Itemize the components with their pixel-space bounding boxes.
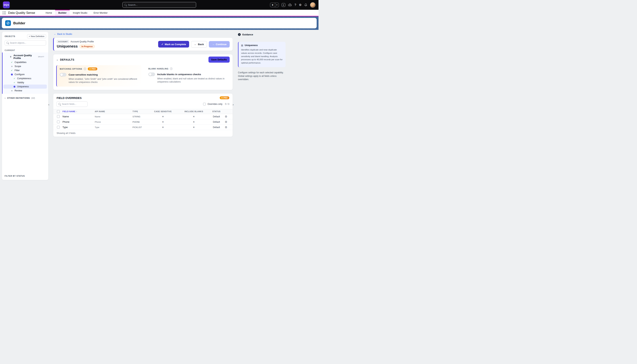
column-status[interactable]: STATUS (210, 110, 223, 112)
global-search-input[interactable] (128, 4, 194, 6)
tab-builder[interactable]: Builder (55, 10, 70, 16)
objects-search[interactable] (5, 40, 46, 46)
continue-button[interactable]: → Continue (209, 41, 230, 48)
arrow-left-icon: ← (194, 43, 197, 46)
dot-icon (11, 66, 13, 67)
column-field-name[interactable]: FIELD NAME ↑ (63, 110, 95, 112)
sidebar-item-configure[interactable]: Configure (3, 72, 48, 76)
app-nav-bar: Data Quality Sense Home Builder Insight … (0, 10, 319, 16)
tab-insight-studio[interactable]: Insight Studio (70, 10, 91, 16)
row-settings-gear-icon[interactable]: ⚙ (223, 126, 229, 129)
check-icon: ✓ (11, 61, 13, 64)
page-title: Builder (13, 21, 25, 25)
case-sensitive-description: When enabled, "John Smith" and "john smi… (69, 78, 138, 84)
table-row[interactable]: Type Type PICKLIST ✕ ✕ Default ⚙ (53, 125, 233, 130)
save-defaults-button[interactable]: Save Defaults (209, 56, 230, 63)
other-definitions-toggle[interactable]: › OTHER DEFINITIONS (12) (2, 94, 48, 102)
sidebar-item-uniqueness[interactable]: Uniqueness (4, 84, 47, 88)
app-name: Data Quality Sense (8, 11, 35, 15)
row-settings-gear-icon[interactable]: ⚙ (223, 115, 229, 118)
user-avatar[interactable] (310, 2, 316, 8)
case-sensitive-toggle[interactable] (60, 73, 66, 76)
matching-options-title: MATCHING OPTIONS (60, 68, 82, 70)
back-button[interactable]: ← Back (191, 41, 207, 48)
settings-gear-icon[interactable]: ⚙ (299, 3, 302, 7)
info-icon: i (238, 33, 241, 36)
pro-badge: ★ PRO (220, 96, 229, 99)
include-blanks-label: Include blanks in uniqueness checks (157, 73, 201, 76)
defaults-card: ⌄ DEFAULTS Save Defaults MATCHING OPTION… (53, 54, 233, 90)
notifications-bell-icon[interactable] (304, 3, 307, 7)
dot-icon (10, 56, 12, 58)
help-icon[interactable]: ? (295, 3, 296, 7)
app-logo: DQS (3, 2, 10, 8)
star-icon: ★ (221, 97, 223, 99)
favorites-caret-icon[interactable]: ▾ (275, 3, 279, 7)
overrides-count: 0 / 3 (225, 103, 229, 105)
mark-as-complete-button[interactable]: ✓ Mark as Complete (158, 41, 189, 48)
row-checkbox[interactable] (57, 126, 60, 128)
collapse-right-panel-icon[interactable]: › (233, 103, 234, 106)
tab-home[interactable]: Home (43, 10, 55, 16)
sidebar-item-scope[interactable]: Scope (3, 64, 48, 68)
capability-title: Uniqueness (57, 44, 78, 48)
column-case-sensitive[interactable]: CASE SENSITIVE (148, 110, 178, 112)
plus-icon: + (29, 35, 30, 38)
row-checkbox[interactable] (57, 120, 60, 123)
sidebar-item-filter[interactable]: ✓ Filter (3, 68, 48, 72)
blank-handling-panel: BLANK HANDLING i Include blanks in uniqu… (145, 65, 227, 86)
info-icon[interactable]: i (84, 68, 86, 70)
row-settings-gear-icon[interactable]: ⚙ (223, 120, 229, 124)
fields-search[interactable] (57, 101, 88, 107)
table-row[interactable]: Phone Phone PHONE ✕ ✕ Default ⚙ (53, 119, 233, 125)
select-all-checkbox[interactable] (57, 110, 60, 113)
status-badge: In Progress (80, 44, 95, 48)
global-search[interactable] (122, 2, 196, 8)
dot-icon (11, 90, 13, 91)
objects-search-input[interactable] (10, 42, 44, 44)
sort-arrow-up-icon: ↑ (76, 110, 77, 112)
filter-by-status-label: FILTER BY STATUS (2, 172, 48, 180)
sidebar-item-review[interactable]: Review (3, 88, 48, 93)
overrides-only-checkbox[interactable] (203, 103, 206, 105)
check-icon: ✓ (11, 69, 13, 72)
matching-options-panel: MATCHING OPTIONS i ★ PRO Case-sensitive … (56, 65, 141, 86)
table-footer: Showing all 3 fields (53, 130, 233, 137)
tab-error-monitor[interactable]: Error Monitor (91, 10, 111, 16)
favorites-group: ★ ▾ (270, 3, 279, 7)
include-blanks-toggle[interactable] (148, 72, 155, 76)
info-icon[interactable]: i (170, 68, 173, 70)
fields-search-input[interactable] (62, 103, 86, 105)
sidebar-item-account-quality-profile[interactable]: Account Quality Profile DRAFT (3, 53, 48, 60)
x-icon: ✕ (148, 121, 178, 123)
arrow-left-icon: ← (54, 33, 56, 35)
column-api-name[interactable]: API NAME (95, 110, 133, 112)
row-checkbox[interactable] (57, 115, 60, 118)
case-sensitive-label: Case-sensitive matching (69, 73, 98, 76)
arrow-right-icon: → (212, 43, 215, 46)
cloud-upload-icon[interactable] (288, 4, 292, 6)
draft-badge: DRAFT (38, 56, 47, 58)
pro-badge: ★ PRO (88, 68, 97, 70)
column-include-blanks[interactable]: INCLUDE BLANKS (178, 110, 210, 112)
table-row[interactable]: Name Name STRING ✕ ✕ Default ⚙ (53, 114, 233, 119)
back-to-studio-link[interactable]: ← Back to Studio (54, 33, 72, 35)
builder-icon (5, 20, 11, 26)
sidebar-item-validity[interactable]: ✓ Validity (3, 80, 48, 84)
check-icon: ✓ (161, 43, 163, 46)
favorites-star-icon[interactable]: ★ (270, 3, 275, 7)
sidebar-item-completeness[interactable]: ✓ Completeness (3, 76, 48, 80)
collapse-chevron-icon[interactable]: ⌄ (56, 59, 59, 60)
object-type-badge: ACCOUNT (57, 40, 69, 43)
app-launcher-icon[interactable] (3, 11, 6, 14)
add-icon[interactable]: + (282, 3, 285, 7)
new-definition-button[interactable]: +New Definition (27, 34, 46, 38)
other-definitions-count: (12) (31, 97, 35, 99)
defaults-title: DEFAULTS (60, 58, 75, 61)
column-type[interactable]: TYPE (133, 110, 148, 112)
field-overrides-card: FIELD OVERRIDES ★ PRO Overrides only 0 /… (53, 94, 233, 137)
object-name: Account Quality Profile (71, 40, 94, 43)
collapse-left-panel-icon[interactable]: ‹ (48, 103, 50, 106)
include-blanks-description: When enabled, blank and null values are … (157, 77, 225, 84)
sidebar-item-capabilities[interactable]: ✓ Capabilities (3, 60, 48, 64)
